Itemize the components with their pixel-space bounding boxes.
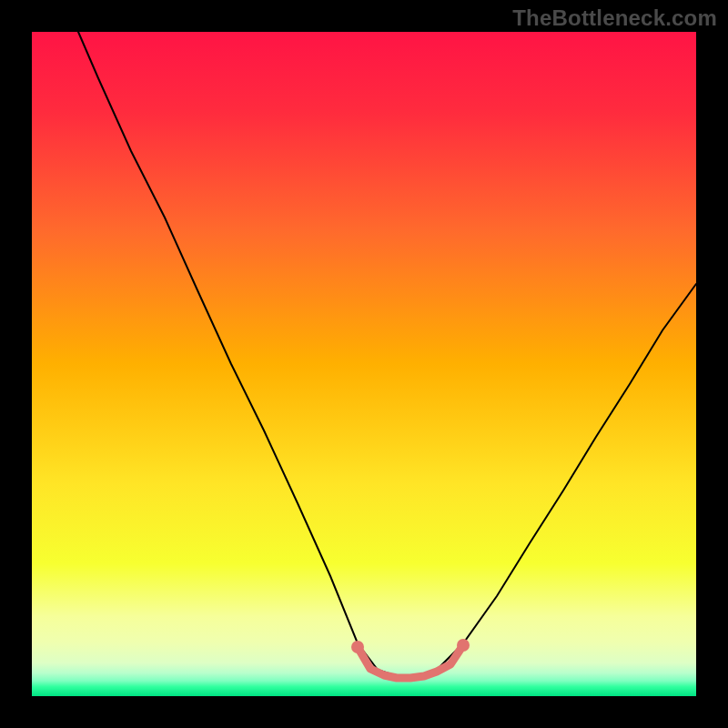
chart-frame: TheBottleneck.com	[0, 0, 728, 728]
marker-endpoint-left	[351, 641, 364, 653]
marker-endpoint-right	[457, 639, 470, 652]
bottleneck-curve-svg	[32, 32, 696, 696]
optimal-zone-marker	[358, 645, 463, 678]
watermark-text: TheBottleneck.com	[512, 5, 717, 31]
bottleneck-curve	[78, 32, 696, 676]
plot-area	[32, 32, 696, 696]
